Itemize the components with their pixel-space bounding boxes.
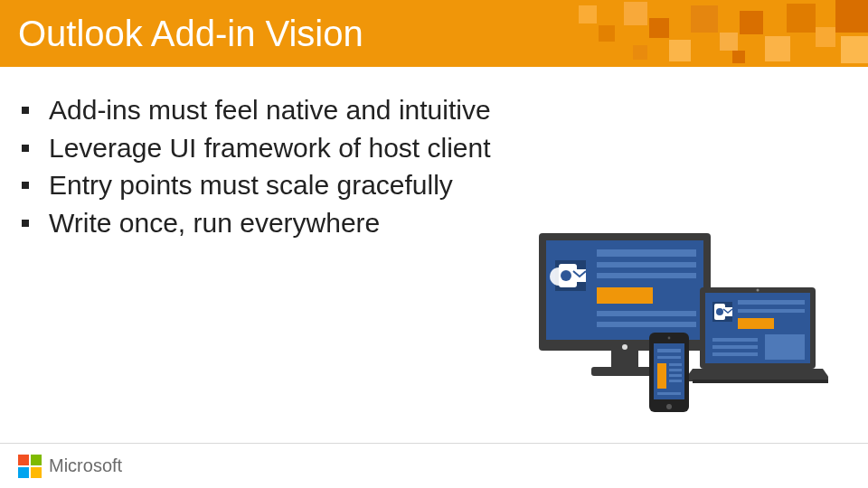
svg-rect-45 [693,380,828,383]
devices-illustration [521,233,828,432]
content-area: Add-ins must feel native and intuitive L… [0,67,868,240]
svg-rect-54 [669,369,682,371]
svg-rect-53 [669,363,682,366]
header-mosaic-decoration [542,0,868,67]
svg-rect-50 [657,349,681,352]
svg-rect-51 [657,356,681,359]
svg-rect-28 [611,351,638,367]
svg-rect-25 [597,287,653,304]
svg-rect-8 [740,11,763,34]
svg-rect-39 [738,309,805,313]
svg-rect-12 [835,0,868,33]
svg-rect-56 [669,380,682,382]
svg-point-36 [716,308,723,315]
svg-rect-14 [633,45,647,60]
svg-rect-60 [18,467,29,478]
svg-rect-1 [579,5,597,23]
bullet-square-icon [22,145,29,152]
list-item-text: Leverage UI framework of host client [49,130,491,166]
svg-rect-55 [669,374,682,377]
microsoft-logo: Microsoft [18,455,122,478]
svg-rect-42 [712,345,758,349]
title-bar: Outlook Add-in Vision [0,0,868,67]
svg-rect-29 [591,367,658,376]
svg-rect-2 [599,25,615,42]
svg-rect-3 [624,2,647,25]
svg-rect-43 [712,352,758,356]
svg-rect-41 [712,338,758,342]
list-item-text: Add-ins must feel native and intuitive [49,92,491,128]
svg-rect-7 [720,33,738,51]
svg-rect-22 [597,249,696,257]
svg-rect-15 [732,51,745,63]
list-item-text: Entry points must scale gracefully [49,167,453,203]
svg-point-30 [622,344,627,350]
svg-point-33 [757,289,760,292]
bullet-list: Add-ins must feel native and intuitive L… [22,92,846,240]
bullet-square-icon [22,182,29,189]
list-item: Add-ins must feel native and intuitive [22,92,846,128]
svg-rect-27 [597,322,696,327]
svg-point-48 [666,404,672,409]
bullet-square-icon [22,220,29,227]
svg-point-49 [668,337,671,340]
footer: Microsoft [0,443,868,488]
svg-rect-4 [649,18,669,38]
svg-rect-11 [816,27,835,47]
svg-rect-61 [31,467,42,478]
microsoft-logo-text: Microsoft [49,455,122,476]
svg-rect-58 [18,455,29,465]
svg-rect-26 [597,311,696,316]
list-item: Entry points must scale gracefully [22,167,846,203]
svg-rect-6 [691,5,718,33]
bullet-square-icon [22,107,29,114]
svg-rect-10 [787,4,816,33]
svg-rect-24 [597,273,696,278]
svg-rect-57 [657,392,681,395]
list-item-text: Write once, run everywhere [49,205,380,241]
svg-rect-13 [841,36,868,63]
svg-rect-59 [31,455,42,465]
svg-rect-5 [669,40,691,61]
microsoft-logo-icon [18,455,42,478]
list-item: Leverage UI framework of host client [22,130,846,166]
svg-point-20 [561,270,571,281]
svg-rect-9 [765,36,790,61]
svg-rect-23 [597,262,696,267]
svg-rect-52 [657,363,666,389]
svg-rect-40 [738,318,774,329]
svg-rect-38 [738,300,805,305]
page-title: Outlook Add-in Vision [18,14,363,54]
svg-rect-44 [765,334,805,360]
